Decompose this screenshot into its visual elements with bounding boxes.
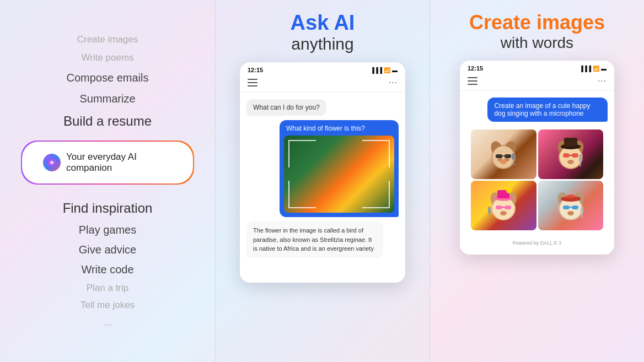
svg-point-49 [574,197,581,200]
menu-item-play-games: Play games [79,221,137,239]
svg-point-9 [500,160,507,164]
svg-point-3 [492,146,514,168]
middle-phone-mockup: 12:15 ▐▐▐ 📶 ▬ ··· What can I do for you?… [240,62,405,283]
battery-icon: ▬ [392,67,398,73]
menu-item-write-poems: Write poems [81,50,133,65]
ask-ai-label: Ask AI [291,11,355,34]
time-display: 12:15 [248,67,263,73]
generated-image-2 [538,129,604,179]
menu-item-plan-trip: Plan a trip [87,280,129,295]
right-phone-mockup: 12:15 ▐▐▐ 📶 ▬ ··· Create an image of a c… [460,61,614,255]
generated-image-3 [471,181,536,230]
right-dots-menu-icon[interactable]: ··· [598,76,607,86]
middle-panel: Ask AI anything 12:15 ▐▐▐ 📶 ▬ ··· What c… [216,0,430,362]
right-signal-icon: ▐▐▐ [579,66,591,72]
svg-point-35 [506,188,512,193]
dots-menu-icon[interactable]: ··· [389,78,398,88]
create-images-label: Create images [469,21,605,31]
right-user-message: Create an image of a cute happy dog sing… [487,98,608,122]
badge-label: Your everyday AI companion [66,152,172,174]
right-battery-icon: ▬ [601,66,607,72]
svg-rect-12 [512,153,515,160]
svg-point-26 [567,160,574,164]
phone-toolbar: ··· [240,75,405,93]
svg-rect-23 [564,138,577,147]
anything-label: anything [291,35,355,53]
menu-item-find-inspiration: Find inspiration [63,198,153,219]
companion-badge[interactable]: Your everyday AI companion [22,142,193,183]
menu-item-write-code: Write code [81,261,133,278]
menu-item-create-images: Create images [77,32,138,47]
menu-item-build-resume: Build a resume [63,111,152,132]
svg-rect-56 [581,207,583,214]
footnote: Powered by DALL·E 3 [466,238,608,248]
copilot-icon [43,154,61,171]
scan-overlay [284,136,394,213]
generated-image-4 [538,181,604,230]
right-wifi-icon: 📶 [593,66,599,72]
menu-item-give-advice: Give advice [79,241,137,258]
main-panel: Create images Write poems Compose emails… [0,0,644,362]
user-question-bubble: What kind of flower is this? [280,120,399,217]
menu-item-more: ... [104,315,111,330]
menu-item-compose-emails: Compose emails [67,69,149,87]
svg-point-39 [500,211,507,215]
left-panel: Create images Write poems Compose emails… [0,0,215,362]
svg-rect-19 [563,153,570,158]
svg-rect-20 [572,153,578,158]
scan-corner-br [362,181,390,208]
right-time-display: 12:15 [468,65,483,72]
scan-corner-tr [362,140,390,168]
signal-icon: ▐▐▐ [371,67,382,73]
menu-below: Find inspiration Play games Give advice … [63,198,153,330]
right-title: Create images with words [469,11,605,52]
hamburger-icon[interactable] [248,79,257,87]
svg-point-53 [567,211,574,215]
wifi-icon: 📶 [384,67,390,73]
right-hamburger-icon[interactable] [468,77,477,85]
svg-rect-51 [572,206,578,209]
svg-rect-37 [505,206,511,209]
svg-rect-6 [496,154,502,158]
dog-detail-3 [471,181,536,230]
dog-detail-4 [538,181,604,230]
right-divider [430,0,430,362]
dog-detail-2 [538,129,604,179]
with-words-label: with words [469,34,605,52]
right-chat-area: Create an image of a cute happy dog sing… [460,91,614,255]
ai-response-bubble: The flower in the image is called a bird… [246,221,383,258]
menu-item-tell-jokes: Tell me jokes [80,298,135,312]
chat-prompt-bubble: What can I do for you? [246,99,326,116]
status-icons: ▐▐▐ 📶 ▬ [371,67,398,73]
dog-detail-1 [471,129,536,179]
left-divider [215,0,216,362]
scan-corner-tl [288,140,316,168]
flower-image [284,136,394,213]
scan-corner-bl [288,181,316,208]
right-phone-toolbar: ··· [460,74,614,91]
svg-rect-7 [505,154,511,158]
middle-title: Ask AI anything [291,11,355,53]
svg-rect-42 [488,207,491,214]
svg-rect-36 [496,206,502,209]
right-status-bar: 12:15 ▐▐▐ 📶 ▬ [460,61,614,74]
status-bar: 12:15 ▐▐▐ 📶 ▬ [240,62,405,75]
generated-images-grid [466,125,608,235]
svg-rect-50 [563,206,570,209]
right-status-icons: ▐▐▐ 📶 ▬ [579,66,607,72]
menu-item-summarize: Summarize [79,90,135,107]
chat-area: What can I do for you? What kind of flow… [240,93,405,283]
svg-rect-24 [579,154,582,162]
right-panel: Create images with words 12:15 ▐▐▐ 📶 ▬ ·… [430,0,644,362]
generated-image-1 [471,129,536,179]
